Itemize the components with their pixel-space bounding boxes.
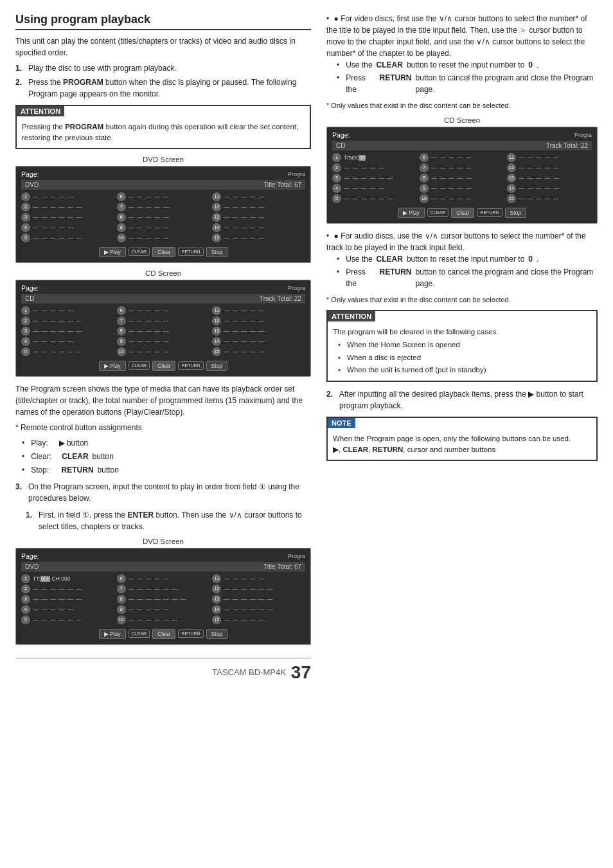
remote-list: Play: ▶ button Clear: CLEAR button Stop:… [15,437,311,476]
clear-label-cd-right: CLEAR [427,208,449,217]
attention2-item-3: When the unit is turned off (put in stan… [338,365,591,375]
cd-bar-right: CD Track Total: 22 [332,141,592,150]
dvd-screen-header-2: Page: Progra [21,552,305,560]
dvd-grid-2: 1TT:000 CH 000 2— — — — — — 3— — — — — —… [21,574,305,625]
dvd-bar: DVD Title Total: 67 [21,180,305,190]
dvd2-col3: 11— — — — — 12— — — — — — 13— — — — — — … [212,574,305,625]
left-column: Using program playback This unit can pla… [15,13,311,683]
step-3-1: 1. First, in field ①, press the ENTER bu… [26,509,311,532]
note-buttons: ▶, CLEAR, RETURN, cursor and number butt… [333,446,495,453]
cd-footer-1: ▶ Play CLEAR Clear RETURN Stop [21,361,305,371]
page-number: 37 [291,662,311,683]
video-disc-item: ● For video discs, first use the ∨/∧ cur… [326,13,598,95]
note-content: When the Program page is open, only the … [328,431,596,460]
clear-note-2: Use the CLEAR button to reset the input … [337,253,598,265]
stop-btn-cd1[interactable]: Stop [206,361,228,371]
dvd-footer-2: ▶ Play CLEAR Clear RETURN Stop [21,629,305,639]
audio-disc-bullet: ● For audio discs, use the ∨/∧ cursor bu… [326,230,598,289]
asterisk-note-2: * Only values that exist in the disc con… [326,294,598,305]
stop-label-dvd2: RETURN [178,629,203,638]
cd-screen-header: Page: Progra [21,284,305,292]
cd-screen-right: Page: Progra CD Track Total: 22 1Track:0… [326,127,598,224]
right-column: ● For video discs, first use the ∨/∧ cur… [326,13,598,683]
dvd2-col2: 6— — — — — 7— — — — — — 8— — — — — — — 9… [117,574,210,625]
attention2-item-1: When the Home Screen is opened [338,339,591,350]
play-btn-cd1[interactable]: ▶ Play [99,361,126,371]
dvd-screen-2: Page: Progra DVD Title Total: 67 1TT:000… [15,548,311,645]
attention-box-2: ATTENTION The program will be cleared in… [326,310,598,382]
clear-label-dvd2: CLEAR [129,629,150,638]
cd-screen-label-right: CD Screen [326,116,598,124]
cd-screen-label-1: CD Screen [15,269,311,277]
remote-play: Play: ▶ button [15,437,311,449]
stop-btn-dvd2[interactable]: Stop [206,629,228,639]
clear-btn-dvd1[interactable]: Clear [152,247,175,257]
cd-footer-right: ▶ Play CLEAR Clear RETURN Stop [332,208,592,218]
attention2-item-2: When a disc is ejected [338,352,591,363]
stop-btn-cd-right[interactable]: Stop [505,208,527,218]
step-1: 1. Play the disc to use with program pla… [15,62,311,74]
cd-screen-1: Page: Progra CD Track Total: 22 1— — — —… [15,280,311,377]
return-note-1: Press the RETURN button to cancel the pr… [337,72,598,95]
page-layout: Using program playback This unit can pla… [15,13,598,683]
stop-label-cd-right: RETURN [477,208,502,217]
cd-col1: 1— — — — — 2— — — — — — 3— — — — — — 4— … [21,305,114,357]
dvd-bar-2: DVD Title Total: 67 [21,562,305,572]
video-disc-bullet: ● For video discs, first use the ∨/∧ cur… [326,13,598,95]
dvd-col1: 1— — — — — 2— — — — — — 3— — — — — — 4— … [21,192,114,243]
cd-col3: 11— — — — — 12— — — — — 13— — — — — 14— … [212,305,305,357]
right-step-2-item: 2. After inputting all the desired playb… [326,388,598,411]
dvd-col3: 11— — — — — 12— — — — — 13— — — — — 14— … [212,192,305,243]
intro-text: This unit can play the content (titles/c… [15,35,311,59]
remote-stop: Stop: RETURN button [15,464,311,476]
play-btn-cd-right[interactable]: ▶ Play [398,208,425,218]
step-3: 3. On the Program screen, input the cont… [15,481,311,504]
audio-disc-item: ● For audio discs, use the ∨/∧ cursor bu… [326,230,598,289]
remote-clear: Clear: CLEAR button [15,451,311,462]
clear-label-cd1: CLEAR [129,361,150,370]
stop-label-dvd1: RETURN [178,248,203,256]
page-title: Using program playback [15,13,311,30]
cd-header-right: Page: Progra [332,131,592,139]
cd-grid-right: 1Track:00 2— — — — — 3— — — — — — 4— — —… [332,152,592,204]
return-note-2: Press the RETURN button to cancel the pr… [337,266,598,289]
clear-label-dvd1: CLEAR [129,248,150,256]
video-disc-sub: Use the CLEAR button to reset the input … [337,59,598,95]
dvd-screen-header: Page: Progra [21,170,305,178]
clear-btn-cd1[interactable]: Clear [152,361,175,371]
step-3-list: 3. On the Program screen, input the cont… [15,481,311,504]
attention2-content: The program will be cleared in the follo… [328,324,596,381]
attention1-content: Pressing the PROGRAM button again during… [17,119,310,148]
dvd-screen-1: Page: Progra DVD Title Total: 67 1— — — … [15,166,311,263]
cd-col2: 6— — — — — 7— — — — — 8— — — — — 9— — — … [117,305,210,357]
cd-right-col2: 6— — — — — 7— — — — — 8— — — — — 9— — — … [420,152,504,204]
stop-btn-dvd1[interactable]: Stop [206,247,228,257]
play-btn-dvd1[interactable]: ▶ Play [99,247,126,257]
clear-note-1: Use the CLEAR button to reset the input … [337,59,598,71]
footer-area: TASCAM BD-MP4K 37 [15,658,311,683]
dvd2-col1: 1TT:000 CH 000 2— — — — — — 3— — — — — —… [21,574,114,625]
note-box: NOTE When the Program page is open, only… [326,417,598,461]
dvd-grid-1: 1— — — — — 2— — — — — — 3— — — — — — 4— … [21,192,305,243]
dvd-col2: 6— — — — — 7— — — — — 8— — — — — 9— — — … [117,192,210,243]
page-footer: TASCAM BD-MP4K 37 [15,658,311,683]
cd-bar: CD Track Total: 22 [21,294,305,303]
clear-btn-cd-right[interactable]: Clear [451,208,474,218]
dvd-screen-label-2: DVD Screen [15,538,311,545]
brand-label: TASCAM BD-MP4K [212,667,286,677]
cd-grid-1: 1— — — — — 2— — — — — — 3— — — — — — 4— … [21,305,305,357]
stop-label-cd1: RETURN [178,361,203,370]
right-step-2: 2. After inputting all the desired playb… [326,388,598,411]
remote-note: * Remote control button assignments [15,422,311,433]
step-3-sub: 1. First, in field ①, press the ENTER bu… [26,509,311,532]
play-btn-dvd2[interactable]: ▶ Play [99,629,126,639]
main-steps: 1. Play the disc to use with program pla… [15,62,311,100]
dvd-footer-1: ▶ Play CLEAR Clear RETURN Stop [21,247,305,257]
attention-box-1: ATTENTION Pressing the PROGRAM button ag… [15,105,311,149]
cd-right-col1: 1Track:00 2— — — — — 3— — — — — — 4— — —… [332,152,417,204]
attention2-list: When the Home Screen is opened When a di… [338,339,591,375]
cd-right-col3: 11— — — — — 12— — — — — 13— — — — — 14— … [507,152,592,204]
asterisk-note-1: * Only values that exist in the disc con… [326,100,598,111]
dvd-screen-label-1: DVD Screen [15,156,311,163]
clear-btn-dvd2[interactable]: Clear [152,629,175,639]
